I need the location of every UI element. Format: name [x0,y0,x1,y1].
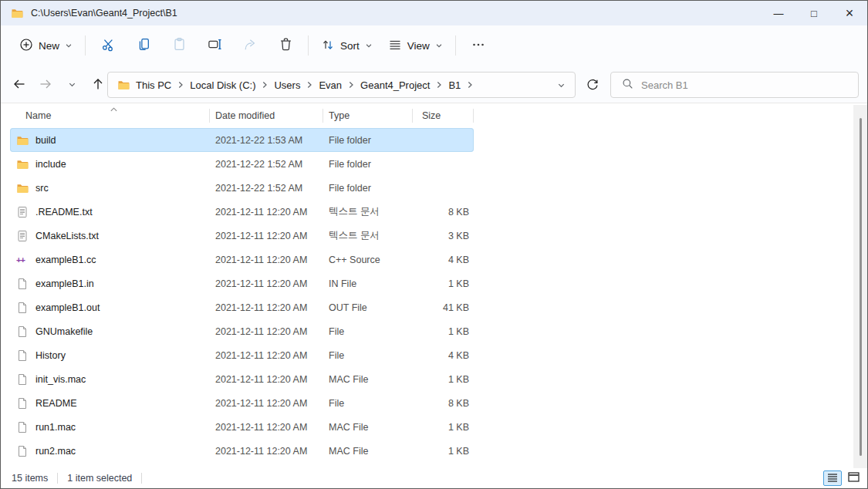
close-button[interactable]: × [832,1,867,25]
file-date-modified: 2021-12-11 12:20 AM [209,374,323,385]
search-box[interactable] [610,72,859,98]
file-row[interactable]: build 2021-12-22 1:53 AM File folder [10,128,474,152]
view-button[interactable]: View [380,32,451,59]
file-row[interactable]: README 2021-12-11 12:20 AM File 8 KB [10,391,474,415]
see-more-button[interactable] [461,32,496,59]
breadcrumb-item-label: B1 [448,79,461,91]
items-count: 15 items [12,473,48,484]
breadcrumb-item[interactable]: Geant4_Project [357,76,433,94]
column-header-date-modified[interactable]: Date modified [209,103,323,128]
address-bar-row: This PC Local Disk (C:) Users Evan Geant… [1,66,867,103]
file-list: build 2021-12-22 1:53 AM File folder inc… [1,128,867,463]
file-row[interactable]: exampleB1.out 2021-12-11 12:20 AM OUT Fi… [10,295,474,319]
file-row[interactable]: run2.mac 2021-12-11 12:20 AM MAC File 1 … [10,439,474,463]
column-header-name[interactable]: Name [1,103,209,128]
breadcrumb: This PC Local Disk (C:) Users Evan Geant… [133,76,476,94]
refresh-button[interactable] [581,73,604,96]
file-name: exampleB1.out [35,302,100,313]
file-type: File [323,350,412,361]
file-name: build [35,135,56,146]
list-lines-icon [388,38,402,54]
large-icons-view-toggle[interactable] [844,470,863,486]
sort-button[interactable]: Sort [313,32,380,59]
breadcrumb-item[interactable]: This PC [133,76,174,94]
cpp-source-icon: ++ [16,254,29,266]
vertical-scrollbar[interactable] [853,105,867,470]
file-row[interactable]: CMakeLists.txt 2021-12-11 12:20 AM 텍스트 문… [10,224,474,248]
toolbar-separator [85,35,86,56]
file-name: README [35,398,76,409]
delete-button[interactable] [268,32,303,59]
file-size: 1 KB [412,278,474,289]
file-date-modified: 2021-12-11 12:20 AM [209,231,323,241]
file-row[interactable]: src 2021-12-22 1:52 AM File folder [10,176,474,200]
file-row[interactable]: include 2021-12-22 1:52 AM File folder [10,152,474,176]
breadcrumb-item-label: This PC [136,79,171,91]
column-header-size[interactable]: Size [412,103,474,128]
file-list-pane: Name Date modified Type Size build 2021-… [1,103,867,468]
forward-button[interactable] [33,72,58,96]
file-name: include [35,159,66,170]
file-size: 1 KB [412,374,474,385]
file-date-modified: 2021-12-11 12:20 AM [209,207,323,218]
file-size: 8 KB [412,398,474,409]
file-row[interactable]: GNUmakefile 2021-12-11 12:20 AM File 1 K… [10,319,474,343]
file-row[interactable]: exampleB1.in 2021-12-11 12:20 AM IN File… [10,271,474,295]
share-icon [243,37,258,54]
file-type: File [323,326,412,337]
file-row[interactable]: run1.mac 2021-12-11 12:20 AM MAC File 1 … [10,415,474,439]
file-name: exampleB1.in [35,278,94,289]
file-type: C++ Source [323,255,412,265]
file-date-modified: 2021-12-11 12:20 AM [209,350,323,361]
toolbar-separator [308,35,309,56]
nav-history-chevron[interactable] [59,72,84,96]
breadcrumb-item[interactable]: B1 [445,76,464,94]
cut-button[interactable] [90,32,126,59]
rename-button[interactable] [197,32,232,59]
maximize-button[interactable]: □ [796,1,832,25]
ellipsis-icon [471,38,485,54]
address-dropdown-chevron-icon[interactable] [557,81,566,92]
generic-file-icon [16,397,29,410]
file-type: MAC File [323,374,412,385]
folder-icon [16,134,29,147]
file-name: .README.txt [35,207,93,218]
search-input[interactable] [641,79,834,91]
paste-button[interactable] [161,32,197,59]
generic-file-icon [16,302,29,314]
new-button[interactable]: New [12,32,80,59]
file-name: src [35,183,49,194]
window-title: C:\Users\Evan\Geant4_Project\B1 [31,8,177,19]
selected-count: 1 item selected [67,473,132,484]
rename-icon [208,37,222,54]
file-row[interactable]: init_vis.mac 2021-12-11 12:20 AM MAC Fil… [10,367,474,391]
copy-button[interactable] [126,32,161,59]
file-type: File [323,398,412,409]
file-size: 3 KB [412,231,474,241]
chevron-right-icon [260,80,269,89]
minimize-button[interactable]: — [761,1,796,25]
column-header-type[interactable]: Type [323,103,412,128]
file-row[interactable]: ++ exampleB1.cc 2021-12-11 12:20 AM C++ … [10,248,474,271]
breadcrumb-item-label: Geant4_Project [360,79,430,91]
file-row[interactable]: History 2021-12-11 12:20 AM File 4 KB [10,343,474,367]
details-view-toggle[interactable] [823,470,842,486]
toolbar-separator [455,35,456,56]
back-button[interactable] [7,72,32,96]
breadcrumb-item[interactable]: Users [271,76,303,94]
file-row[interactable]: .README.txt 2021-12-11 12:20 AM 텍스트 문서 8… [10,200,474,224]
file-name: History [35,350,66,361]
file-size: 41 KB [412,302,474,313]
file-type: OUT File [323,302,412,313]
scrollbar-thumb[interactable] [860,118,862,456]
folder-icon [11,7,25,19]
sort-arrows-icon [321,38,335,54]
breadcrumb-item[interactable]: Local Disk (C:) [187,76,258,94]
file-date-modified: 2021-12-11 12:20 AM [209,255,323,265]
address-bar[interactable]: This PC Local Disk (C:) Users Evan Geant… [107,72,576,98]
share-button[interactable] [232,32,268,59]
file-date-modified: 2021-12-11 12:20 AM [209,278,323,289]
folder-icon [16,182,29,194]
chevron-right-icon [176,80,185,89]
breadcrumb-item[interactable]: Evan [316,76,345,94]
